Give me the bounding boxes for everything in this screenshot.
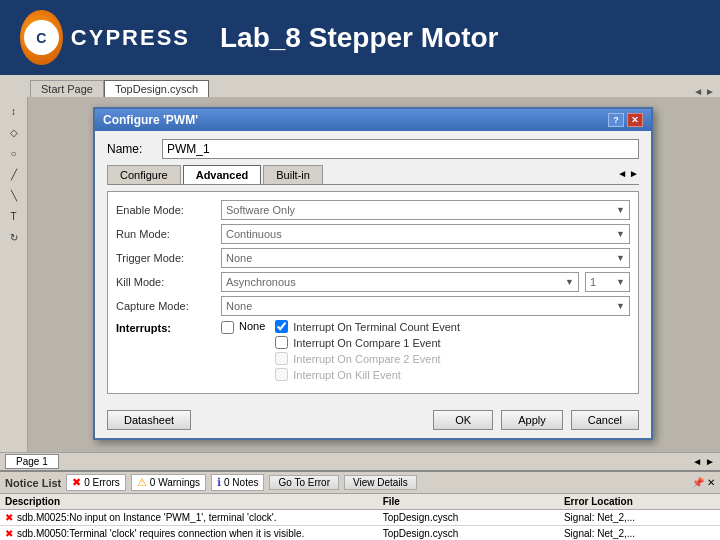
nav-right-icon[interactable]: ► xyxy=(705,86,715,97)
nav-left-icon[interactable]: ◄ xyxy=(693,86,703,97)
cancel-button[interactable]: Cancel xyxy=(571,410,639,430)
canvas-area: Configure 'PWM' ? ✕ Name: Configu xyxy=(28,97,720,452)
tab-bar: Start Page TopDesign.cysch ◄ ► xyxy=(0,75,720,97)
page-nav-left[interactable]: ◄ xyxy=(692,456,702,467)
view-details-button[interactable]: View Details xyxy=(344,475,417,490)
interrupt-label-3: Interrupt On Kill Event xyxy=(293,369,401,381)
enable-mode-select[interactable]: Software Only ▼ xyxy=(221,200,630,220)
notice-desc-1: ✖ sdb.M0050:Terminal 'clock' requires co… xyxy=(5,528,383,539)
capture-mode-select[interactable]: None ▼ xyxy=(221,296,630,316)
interrupt-row-0: Interrupt On Terminal Count Event xyxy=(275,320,460,333)
notice-row-0[interactable]: ✖ sdb.M0025:No input on Instance 'PWM_1'… xyxy=(0,510,720,526)
notice-pin-icon[interactable]: 📌 xyxy=(692,477,704,488)
dialog-title-buttons: ? ✕ xyxy=(608,113,643,127)
kill-mode-num[interactable]: 1 ▼ xyxy=(585,272,630,292)
toolbar-btn-circle[interactable]: ○ xyxy=(4,144,24,162)
trigger-mode-select[interactable]: None ▼ xyxy=(221,248,630,268)
toolbar-btn-pointer[interactable]: ↕ xyxy=(4,102,24,120)
interrupt-check-1[interactable] xyxy=(275,336,288,349)
ok-button[interactable]: OK xyxy=(433,410,493,430)
interrupt-checks: Interrupt On Terminal Count Event Interr… xyxy=(275,320,460,381)
notice-close-icon[interactable]: ✕ xyxy=(707,477,715,488)
kill-mode-row: Kill Mode: Asynchronous ▼ 1 ▼ xyxy=(116,272,630,292)
notice-table-header: Description File Error Location xyxy=(0,494,720,510)
dialog-body: Name: Configure Advanced Built-in ◄ ► xyxy=(95,131,651,402)
advanced-content: Enable Mode: Software Only ▼ Run Mode: C… xyxy=(107,191,639,394)
col-loc-header: Error Location xyxy=(564,496,715,507)
interrupt-check-0[interactable] xyxy=(275,320,288,333)
page-tab-bar: Page 1 ◄ ► xyxy=(0,452,720,470)
logo: C CYPRESS xyxy=(20,8,190,68)
name-label: Name: xyxy=(107,142,162,156)
dtab-advanced[interactable]: Advanced xyxy=(183,165,262,184)
interrupt-check-3 xyxy=(275,368,288,381)
trigger-mode-arrow: ▼ xyxy=(616,253,625,263)
dialog-close-button[interactable]: ✕ xyxy=(627,113,643,127)
cypress-text: CYPRESS xyxy=(71,25,190,51)
dtab-nav-right[interactable]: ► xyxy=(629,168,639,179)
notice-close-nav: 📌 ✕ xyxy=(692,477,715,488)
interrupt-label-2: Interrupt On Compare 2 Event xyxy=(293,353,440,365)
name-input[interactable] xyxy=(162,139,639,159)
errors-count: 0 Errors xyxy=(84,477,120,488)
warn-icon: ⚠ xyxy=(137,476,147,489)
page-nav-right[interactable]: ► xyxy=(705,456,715,467)
notice-title: Notice List xyxy=(5,477,61,489)
dialog-tabs: Configure Advanced Built-in ◄ ► xyxy=(107,165,639,185)
interrupt-check-2 xyxy=(275,352,288,365)
row-error-icon-0: ✖ xyxy=(5,512,13,523)
note-icon: ℹ xyxy=(217,476,221,489)
notice-header: Notice List ✖ 0 Errors ⚠ 0 Warnings ℹ 0 … xyxy=(0,472,720,494)
toolbar-btn-diag2[interactable]: ╲ xyxy=(4,186,24,204)
toolbar-btn-diamond[interactable]: ◇ xyxy=(4,123,24,141)
dialog-title: Configure 'PWM' xyxy=(103,113,198,127)
toolbar-btn-rotate[interactable]: ↻ xyxy=(4,228,24,246)
notice-desc-0: ✖ sdb.M0025:No input on Instance 'PWM_1'… xyxy=(5,512,383,523)
toolbar-btn-text[interactable]: T xyxy=(4,207,24,225)
datasheet-button[interactable]: Datasheet xyxy=(107,410,191,430)
none-checkbox[interactable] xyxy=(221,321,234,334)
tab-top-design[interactable]: TopDesign.cysch xyxy=(104,80,209,97)
left-toolbar: ↕ ◇ ○ ╱ ╲ T ↻ xyxy=(0,97,28,452)
capture-mode-label: Capture Mode: xyxy=(116,300,221,312)
toolbar-btn-diag1[interactable]: ╱ xyxy=(4,165,24,183)
warnings-badge[interactable]: ⚠ 0 Warnings xyxy=(131,474,206,491)
go-to-error-button[interactable]: Go To Error xyxy=(269,475,339,490)
dialog-help-button[interactable]: ? xyxy=(608,113,624,127)
logo-inner: C xyxy=(24,20,59,55)
enable-mode-arrow: ▼ xyxy=(616,205,625,215)
ide-area: Start Page TopDesign.cysch ◄ ► ↕ ◇ ○ ╱ ╲… xyxy=(0,75,720,470)
interrupt-label-0: Interrupt On Terminal Count Event xyxy=(293,321,460,333)
page-title: Lab_8 Stepper Motor xyxy=(220,22,498,54)
dtab-configure[interactable]: Configure xyxy=(107,165,181,184)
apply-button[interactable]: Apply xyxy=(501,410,563,430)
warnings-count: 0 Warnings xyxy=(150,477,200,488)
page-tab[interactable]: Page 1 xyxy=(5,454,59,469)
interrupt-row-2: Interrupt On Compare 2 Event xyxy=(275,352,460,365)
kill-mode-label: Kill Mode: xyxy=(116,276,221,288)
configure-pwm-dialog: Configure 'PWM' ? ✕ Name: Configu xyxy=(93,107,653,440)
notice-file-0: TopDesign.cysch xyxy=(383,512,564,523)
kill-mode-select[interactable]: Asynchronous ▼ xyxy=(221,272,579,292)
header: C CYPRESS Lab_8 Stepper Motor xyxy=(0,0,720,75)
run-mode-select[interactable]: Continuous ▼ xyxy=(221,224,630,244)
dtab-builtin[interactable]: Built-in xyxy=(263,165,323,184)
interrupts-section: Interrupts: None xyxy=(116,320,630,385)
dtab-nav-left[interactable]: ◄ xyxy=(617,168,627,179)
notes-badge[interactable]: ℹ 0 Notes xyxy=(211,474,264,491)
interrupt-row-1: Interrupt On Compare 1 Event xyxy=(275,336,460,349)
main-area: ↕ ◇ ○ ╱ ╲ T ↻ Configure 'PWM' ? ✕ xyxy=(0,97,720,452)
logo-circle: C xyxy=(20,10,63,65)
trigger-mode-row: Trigger Mode: None ▼ xyxy=(116,248,630,268)
none-section: Interrupts: xyxy=(116,320,221,338)
errors-badge[interactable]: ✖ 0 Errors xyxy=(66,474,126,491)
notice-table: Description File Error Location ✖ sdb.M0… xyxy=(0,494,720,540)
dialog-title-bar: Configure 'PWM' ? ✕ xyxy=(95,109,651,131)
tab-start-page[interactable]: Start Page xyxy=(30,80,104,97)
interrupts-title: Interrupts: xyxy=(116,322,171,334)
run-mode-row: Run Mode: Continuous ▼ xyxy=(116,224,630,244)
notes-count: 0 Notes xyxy=(224,477,258,488)
notice-row-1[interactable]: ✖ sdb.M0050:Terminal 'clock' requires co… xyxy=(0,526,720,540)
bottom-section: Notice List ✖ 0 Errors ⚠ 0 Warnings ℹ 0 … xyxy=(0,470,720,540)
notice-file-1: TopDesign.cysch xyxy=(383,528,564,539)
